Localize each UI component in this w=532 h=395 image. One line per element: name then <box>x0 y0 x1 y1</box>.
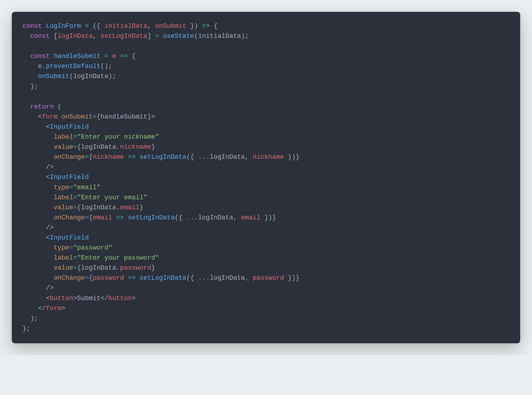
keyword-return: return <box>30 103 53 111</box>
label-password: "Enter your password" <box>77 254 159 262</box>
code-block: const LogInForm = ({ initialData, onSubm… <box>12 12 520 343</box>
state-setter: setLogInData <box>100 33 147 40</box>
handler-name: handleSubmit <box>54 53 100 60</box>
button-text: Submit <box>77 295 100 302</box>
param-onSubmit: onSubmit <box>155 22 186 30</box>
param-initialData: initialData <box>104 22 147 30</box>
arrow: => <box>202 22 210 30</box>
label-email: "Enter your email" <box>77 194 147 201</box>
component-name: LogInForm <box>46 22 81 30</box>
keyword-const: const <box>22 22 42 30</box>
inputfield-tag: InputField <box>50 123 89 131</box>
label-nickname: "Enter your nickname" <box>77 133 159 141</box>
state-var: logInData <box>58 33 93 40</box>
hook-useState: useState <box>163 33 194 40</box>
